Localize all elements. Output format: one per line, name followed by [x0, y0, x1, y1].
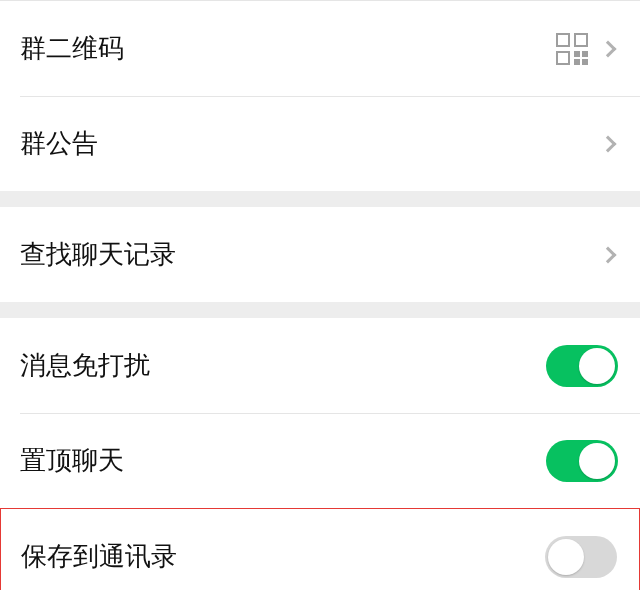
label-save-contacts: 保存到通讯录 — [21, 539, 177, 574]
toggle-mute[interactable] — [546, 345, 618, 387]
row-right — [556, 33, 618, 65]
label-search-history: 查找聊天记录 — [20, 237, 176, 272]
section-gap — [0, 302, 640, 318]
section-group-info: 群二维码 群公告 — [0, 0, 640, 191]
settings-list: 群二维码 群公告 查找聊天记录 消息免打扰 — [0, 0, 640, 590]
label-group-announcement: 群公告 — [20, 126, 98, 161]
row-pin: 置顶聊天 — [0, 413, 640, 508]
row-group-announcement[interactable]: 群公告 — [0, 96, 640, 191]
toggle-save-contacts[interactable] — [545, 536, 617, 578]
label-mute: 消息免打扰 — [20, 348, 150, 383]
chevron-right-icon — [600, 246, 617, 263]
label-pin: 置顶聊天 — [20, 443, 124, 478]
row-save-contacts: 保存到通讯录 — [1, 509, 639, 590]
row-right — [602, 138, 618, 150]
section-toggles: 消息免打扰 置顶聊天 保存到通讯录 — [0, 318, 640, 590]
chevron-right-icon — [600, 40, 617, 57]
label-group-qr: 群二维码 — [20, 31, 124, 66]
highlight-save-contacts: 保存到通讯录 — [0, 508, 640, 590]
qr-icon — [556, 33, 588, 65]
row-search-history[interactable]: 查找聊天记录 — [0, 207, 640, 302]
row-mute: 消息免打扰 — [0, 318, 640, 413]
section-search: 查找聊天记录 — [0, 207, 640, 302]
toggle-pin[interactable] — [546, 440, 618, 482]
row-right — [602, 249, 618, 261]
chevron-right-icon — [600, 135, 617, 152]
section-gap — [0, 191, 640, 207]
row-group-qr[interactable]: 群二维码 — [0, 1, 640, 96]
